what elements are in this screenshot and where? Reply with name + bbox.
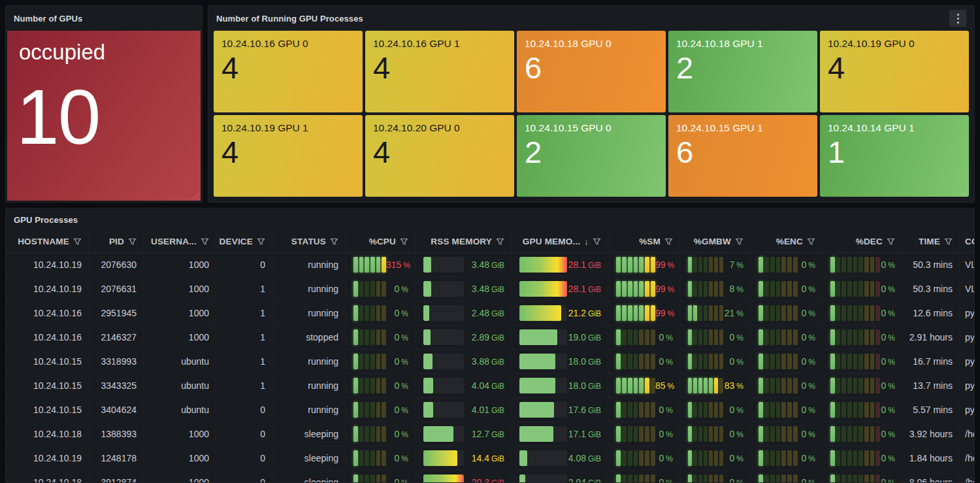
panel-title[interactable]: GPU Processes [14,215,78,225]
table-row: 10.24.10.19207663110001running0%3.48GiB2… [6,277,974,301]
led-cell [781,281,786,297]
column-header-status[interactable]: STATUS [272,231,346,252]
led-cell [770,378,775,393]
led-cell [645,305,649,321]
led-cell [376,378,381,393]
led-cell [622,402,627,418]
column-header-gpu[interactable]: GPU MEMO...↓ [512,231,608,252]
filter-icon[interactable] [664,237,673,246]
dec-gauge: 0% [823,471,902,483]
column-header-dec[interactable]: %DEC [823,231,902,252]
gpu-memory-bar: 17.1GiB [512,422,608,446]
led-cell [836,281,841,297]
bar-fill [423,354,433,369]
led-cell [836,305,841,321]
led-cell [759,354,763,369]
led-cell [704,281,708,297]
led-gauge-track [759,475,798,483]
led-cell [836,426,841,442]
cell-command: /ho [960,446,975,470]
sm-gauge: 0% [608,350,680,373]
cell-command: py [960,350,975,373]
gauge-value: 0% [802,356,815,367]
gauge-value: 0% [395,477,408,483]
led-cell [688,305,692,321]
filter-icon[interactable] [887,237,895,246]
sm-gauge: 0% [608,325,680,349]
led-cell [704,426,708,442]
led-cell [714,450,718,466]
led-gauge-track [616,450,655,466]
led-cell [719,475,723,483]
led-cell [709,257,713,273]
filter-icon[interactable] [496,237,504,246]
sm-gauge: 0% [608,422,680,446]
column-header-dev[interactable]: DEVICE [216,231,272,252]
cell-hostname: 10.24.10.19 [6,446,89,470]
column-header-user[interactable]: USERNA... [144,231,216,252]
gauge-value: 3.88GiB [472,356,504,367]
table-row: 10.24.10.16295194510001running0%2.48GiB2… [6,301,974,325]
filter-icon[interactable] [257,237,265,246]
column-header-pid[interactable]: PID [89,231,144,252]
led-cell [688,450,692,466]
cell-time: 16.7 mins [902,350,960,373]
column-header-time[interactable]: TIME [902,231,960,252]
led-cell [858,257,863,273]
filter-icon[interactable] [400,237,408,246]
column-header-cpu[interactable]: %CPU [346,231,416,252]
column-header-rss[interactable]: RSS MEMORY [416,231,512,252]
gpu-memory-bar: 18.0GiB [512,374,608,397]
led-cell [770,305,775,321]
filter-icon[interactable] [201,237,209,246]
panel-resize-handle[interactable] [191,192,199,199]
led-cell [776,378,781,393]
led-cell [787,402,792,418]
filter-icon[interactable] [128,237,137,246]
filter-icon[interactable] [73,237,82,246]
gmbw-gauge: 0% [680,471,751,483]
filter-icon[interactable] [330,237,338,246]
led-cell [830,354,835,369]
cell-hostname: 10.24.10.18 [6,422,89,446]
panel-menu-button[interactable] [949,10,966,27]
gauge-value: 0% [659,477,673,483]
filter-icon[interactable] [944,237,953,246]
led-cell [376,329,381,345]
bar-track [519,450,567,466]
led-cell [830,281,835,297]
bar-fill [519,450,527,466]
led-gauge-track [688,450,723,466]
led-cell [365,281,369,297]
column-header-gmbw[interactable]: %GMBW [680,231,751,252]
led-cell [830,378,835,393]
led-cell [370,305,375,321]
led-cell [693,305,697,321]
led-cell [704,475,708,483]
cell-status: running [272,398,346,422]
led-cell [704,305,708,321]
panel-title[interactable]: Number of Running GPU Processes [216,14,363,24]
gauge-value: 0% [881,380,895,391]
gpu-tile: 10.24.10.15 GPU 02 [517,115,666,197]
gauge-value: 0% [881,332,895,342]
cell-hostname: 10.24.10.15 [6,350,89,373]
led-cell [853,402,858,418]
led-cell [616,257,621,273]
bar-track [519,354,567,369]
filter-icon[interactable] [593,237,601,246]
led-gauge-track [830,305,880,321]
panel-title[interactable]: Number of GPUs [14,14,82,24]
filter-icon[interactable] [807,237,815,246]
column-header-sm[interactable]: %SM [608,231,680,252]
sort-desc-icon: ↓ [584,237,589,246]
led-gauge-track [830,329,880,345]
column-header-enc[interactable]: %ENC [751,231,823,252]
led-cell [847,426,852,442]
filter-icon[interactable] [735,237,743,246]
column-header-hostname[interactable]: HOSTNAME [6,231,89,252]
gauge-value: 0% [881,356,895,367]
gauge-value: 8% [730,284,743,294]
column-header-cmd[interactable]: CO [960,231,975,252]
bar-fill [423,257,431,273]
